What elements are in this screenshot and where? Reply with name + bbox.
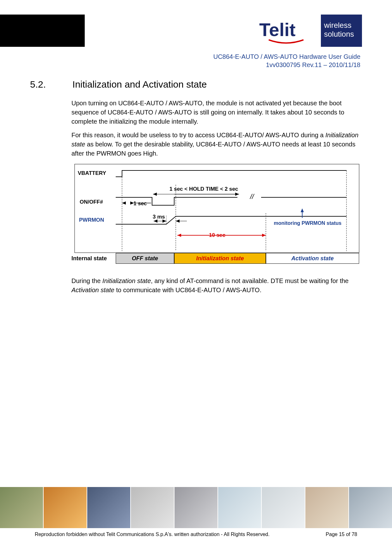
footer-page: Page 15 of 78 (326, 531, 357, 538)
body-column: Upon turning on UC864-E-AUTO / AWS-AUTO,… (71, 99, 362, 299)
svg-text:wireless: wireless (324, 21, 352, 29)
svg-text://: // (249, 193, 254, 200)
section-number: 5.2. (30, 77, 46, 91)
paragraph-2: For this reason, it would be useless to … (71, 131, 362, 158)
footer-thumb (175, 487, 217, 528)
label-one-sec: 1 sec (133, 200, 147, 208)
footer-thumb (218, 487, 261, 528)
label-hold-time: 1 sec < HOLD TIME < 2 sec (169, 185, 238, 193)
svg-text:solutions: solutions (324, 30, 354, 38)
state-init: Initialization state (174, 253, 266, 264)
timing-diagram: // (71, 163, 362, 264)
svg-marker-11 (122, 201, 126, 205)
header-black-bar (0, 15, 85, 47)
footer-thumb (44, 487, 87, 528)
paragraph-3: During the Initialization state, any kin… (71, 276, 362, 295)
telit-logo-svg: Telit wireless solutions (256, 15, 362, 47)
logo: Telit wireless solutions (256, 15, 362, 47)
state-off: OFF state (116, 253, 174, 264)
label-internal-state: Internal state (71, 254, 116, 262)
brand-text: Telit (259, 19, 296, 40)
footer-thumb (305, 487, 348, 528)
label-onoff: ON/OFF# (80, 198, 103, 206)
section-title: Initialization and Activation state (72, 77, 207, 91)
footer-thumb (262, 487, 305, 528)
state-act: Activation state (266, 253, 359, 264)
doc-rev: 1vv0300795 Rev.11 – 2010/11/18 (196, 61, 360, 69)
footer-image-strip (0, 487, 392, 528)
footer-copyright: Reproduction forbidden without Telit Com… (35, 531, 270, 538)
footer-text: Reproduction forbidden without Telit Com… (35, 531, 357, 538)
svg-rect-4 (75, 164, 359, 253)
svg-marker-29 (301, 208, 304, 212)
label-ten-sec: 10 sec (209, 231, 225, 239)
label-pwrmon: PWRMON (79, 216, 104, 224)
paragraph-1: Upon turning on UC864-E-AUTO / AWS-AUTO,… (71, 99, 362, 126)
footer-thumb (0, 487, 43, 528)
label-three-ms: 3 ms (153, 213, 165, 221)
state-row: Internal state OFF state Initialization … (71, 253, 362, 264)
doc-reference: UC864-E-AUTO / AWS-AUTO Hardware User Gu… (196, 52, 360, 69)
label-monitoring: monitoring PWRMON status (274, 219, 341, 227)
section-heading: 5.2. Initialization and Activation state (30, 77, 207, 91)
footer-thumb (131, 487, 174, 528)
label-vbattery: VBATTERY (78, 170, 106, 177)
footer-thumb (87, 487, 130, 528)
doc-title: UC864-E-AUTO / AWS-AUTO Hardware User Gu… (196, 52, 360, 61)
timing-diagram-svg: // (71, 163, 362, 264)
footer-thumb (349, 487, 392, 528)
